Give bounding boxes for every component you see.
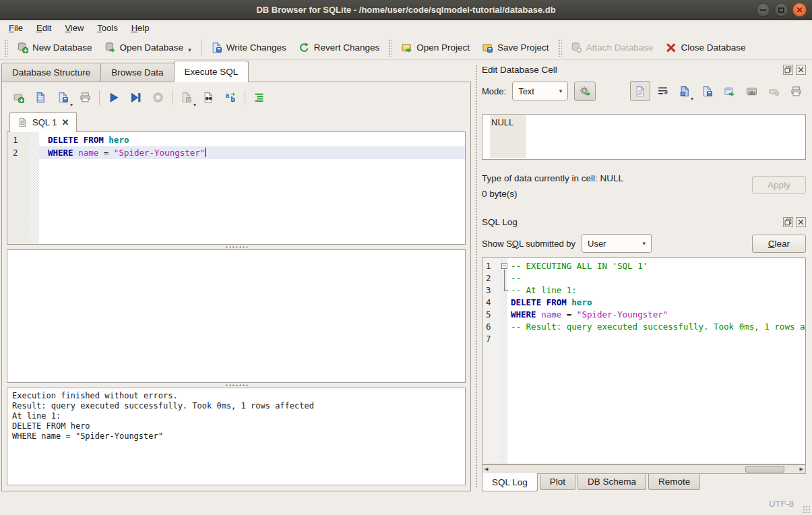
log-line[interactable]: 7 xyxy=(482,333,805,345)
code-line[interactable]: WHERE name = "Spider-Youngster" xyxy=(39,146,465,159)
cell-content-value: NULL xyxy=(491,117,513,127)
toolbar-handle[interactable] xyxy=(4,39,8,57)
replace-in-sql-button[interactable]: ab xyxy=(222,89,239,106)
chevron-down-icon[interactable]: ▾ xyxy=(188,47,191,53)
titlebar[interactable]: DB Browser for SQLite - /home/user/code/… xyxy=(0,0,812,20)
scroll-right-icon[interactable]: ▶ xyxy=(800,466,803,472)
editor-line[interactable]: 2WHERE name = "Spider-Youngster" xyxy=(7,146,465,159)
menu-help[interactable]: Help xyxy=(125,22,156,34)
execute-all-button[interactable] xyxy=(104,89,122,106)
filter-label: Show SQL submitted by xyxy=(482,239,575,249)
tab-browse-data[interactable]: Browse Data xyxy=(100,63,174,82)
word-wrap-icon xyxy=(657,86,668,97)
open-sql-file-button[interactable] xyxy=(32,89,49,106)
clear-log-button[interactable]: Clear xyxy=(752,235,806,253)
log-horizontal-scrollbar[interactable]: ◀ ▶ xyxy=(482,464,806,474)
open-database-icon xyxy=(104,42,116,53)
float-dock-button[interactable] xyxy=(783,65,793,75)
log-line[interactable]: 1-- EXECUTING ALL IN 'SQL 1' xyxy=(482,260,805,272)
tab-execute-sql[interactable]: Execute SQL xyxy=(174,61,249,82)
open-project-button[interactable]: Open Project xyxy=(395,38,476,57)
log-line[interactable]: 2-- xyxy=(482,272,805,284)
write-changes-button[interactable]: Write Changes xyxy=(205,38,292,57)
results-grid[interactable] xyxy=(7,249,466,383)
close-dock-icon xyxy=(797,66,805,73)
close-sql-tab-icon[interactable]: ✕ xyxy=(61,117,69,127)
editor-line[interactable]: 1DELETE FROM hero xyxy=(7,133,465,146)
open-database-button[interactable]: Open Database▾ xyxy=(98,38,197,57)
new-sql-tab-button[interactable] xyxy=(9,89,27,106)
log-line[interactable]: 4DELETE FROM hero xyxy=(482,297,805,309)
sql-editor[interactable]: 1DELETE FROM hero2WHERE name = "Spider-Y… xyxy=(7,131,466,245)
word-wrap-button[interactable] xyxy=(652,81,673,101)
execute-current-line-button[interactable] xyxy=(127,89,144,106)
format-sql-button[interactable] xyxy=(250,89,268,106)
float-log-dock-button[interactable] xyxy=(783,217,793,227)
auto-apply-button[interactable] xyxy=(574,82,596,101)
image-link-button[interactable] xyxy=(741,81,761,101)
menu-file[interactable]: File xyxy=(2,22,30,34)
toolbar-handle[interactable] xyxy=(558,39,562,57)
dock-resize-handle[interactable] xyxy=(475,65,478,489)
import-data-button[interactable]: ▾ xyxy=(675,81,695,101)
scrollbar-thumb[interactable] xyxy=(745,466,784,473)
toolbar-separator xyxy=(245,90,245,105)
close-log-dock-button[interactable] xyxy=(796,217,806,227)
save-project-button[interactable]: Save Project xyxy=(476,38,555,57)
token-kw: DELETE FROM xyxy=(48,135,104,145)
log-line[interactable]: 3-- At line 1: xyxy=(482,284,805,297)
sql-doc-tab[interactable]: SQL 1 ✕ xyxy=(9,112,77,132)
print-cell-button[interactable] xyxy=(786,81,806,101)
submitter-combobox[interactable]: User ▾ xyxy=(582,234,652,253)
toolbar-handle[interactable] xyxy=(388,39,392,57)
code-line[interactable]: DELETE FROM hero xyxy=(39,133,465,146)
chevron-down-icon[interactable]: ▾ xyxy=(70,102,73,108)
sql-log-view[interactable]: 1-- EXECUTING ALL IN 'SQL 1'2--3-- At li… xyxy=(482,258,806,464)
token-cm: -- Result: query executed successfully. … xyxy=(511,322,805,332)
close-database-icon xyxy=(665,42,677,53)
fold-marker-cell[interactable] xyxy=(500,260,509,272)
export-data-button[interactable] xyxy=(719,81,739,101)
main-tab-bar: Database StructureBrowse DataExecute SQL xyxy=(0,61,474,82)
results-log-splitter[interactable] xyxy=(7,383,466,388)
encoding-indicator: UTF-8 xyxy=(769,499,794,509)
tab-remote[interactable]: Remote xyxy=(648,474,700,490)
token-op: = xyxy=(98,148,114,158)
set-null-button[interactable] xyxy=(763,81,784,101)
text-mode-button[interactable] xyxy=(630,81,650,101)
new-database-button[interactable]: New Database xyxy=(11,38,98,57)
mode-combobox[interactable]: Text ▾ xyxy=(512,82,568,100)
line-number: 6 xyxy=(482,321,500,333)
log-line[interactable]: 5WHERE name = "Spider-Youngster" xyxy=(482,309,805,321)
editor-results-splitter[interactable] xyxy=(7,245,466,249)
apply-button[interactable]: Apply xyxy=(752,176,806,194)
menu-tools[interactable]: Tools xyxy=(90,22,124,34)
minimize-button[interactable] xyxy=(756,3,770,17)
chevron-down-icon[interactable]: ▾ xyxy=(193,102,196,108)
fold-collapse-icon[interactable] xyxy=(501,263,507,269)
menu-edit[interactable]: Edit xyxy=(30,22,58,34)
execution-log[interactable]: Execution finished without errors. Resul… xyxy=(7,388,466,485)
fold-line xyxy=(504,291,509,291)
scroll-left-icon[interactable]: ◀ xyxy=(485,466,488,472)
close-dock-button[interactable] xyxy=(796,65,806,75)
resize-grip[interactable] xyxy=(803,506,810,513)
maximize-button[interactable] xyxy=(774,3,788,17)
dock-tab-bar: SQL LogPlotDB SchemaRemote xyxy=(482,474,806,493)
save-data-button[interactable] xyxy=(697,81,717,101)
tab-db-schema[interactable]: DB Schema xyxy=(577,474,646,490)
close-button[interactable]: ✕ xyxy=(792,3,807,17)
chevron-down-icon[interactable]: ▾ xyxy=(691,96,693,102)
revert-changes-button[interactable]: Revert Changes xyxy=(292,38,386,57)
menu-view[interactable]: View xyxy=(58,22,90,34)
tab-sql-log[interactable]: SQL Log xyxy=(482,473,538,491)
tab-plot[interactable]: Plot xyxy=(540,474,575,490)
close-database-button[interactable]: Close Database xyxy=(659,38,751,57)
new-database-icon xyxy=(17,42,28,53)
open-project-icon xyxy=(401,42,412,53)
find-in-sql-button[interactable] xyxy=(199,89,217,106)
tab-database-structure[interactable]: Database Structure xyxy=(1,63,101,82)
save-sql-file-button[interactable]: ▾ xyxy=(54,89,71,106)
cell-content-editor[interactable]: NULL xyxy=(482,114,806,160)
log-line[interactable]: 6-- Result: query executed successfully.… xyxy=(482,321,805,333)
